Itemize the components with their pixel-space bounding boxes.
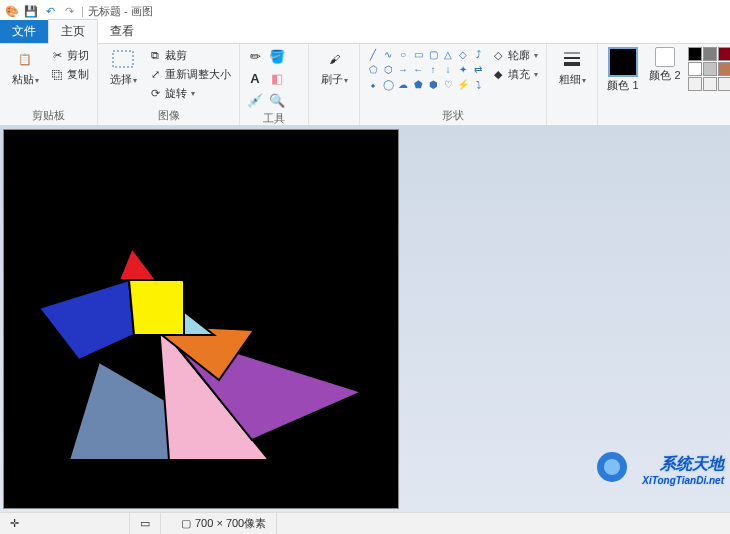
size-icon: ▢ [181, 517, 191, 530]
stroke-icon [560, 47, 584, 71]
brush-icon: 🖌 [322, 47, 346, 71]
svg-marker-15 [39, 280, 134, 360]
select-button[interactable]: 选择▾ [104, 47, 142, 86]
resize-icon: ⤢ [148, 68, 162, 82]
cut-button[interactable]: ✂剪切 [48, 47, 91, 64]
save-icon[interactable]: 💾 [23, 3, 39, 19]
group-label [553, 109, 591, 123]
group-label: 剪贴板 [6, 106, 91, 123]
rotate-button[interactable]: ⟳旋转▾ [146, 85, 233, 102]
scissors-icon: ✂ [50, 49, 64, 63]
color-swatch[interactable] [688, 62, 702, 76]
color-swatch[interactable] [703, 47, 717, 61]
crop-button[interactable]: ⧉裁剪 [146, 47, 233, 64]
color-swatch[interactable] [718, 77, 730, 91]
tab-home[interactable]: 主页 [48, 19, 98, 44]
color-swatch[interactable] [718, 62, 730, 76]
group-label: 形状 [366, 106, 540, 123]
bucket-icon[interactable]: 🪣 [268, 47, 286, 65]
color-palette[interactable] [688, 47, 730, 91]
color-swatch[interactable] [703, 62, 717, 76]
app-icon: 🎨 [4, 3, 20, 19]
ribbon: 📋 粘贴▾ ✂剪切 ⿻复制 剪贴板 选择▾ ⧉裁剪 ⤢重新调整大小 ⟳旋转▾ 图… [0, 44, 730, 126]
stroke-button[interactable]: 粗细▾ [553, 47, 591, 86]
copy-button[interactable]: ⿻复制 [48, 66, 91, 83]
redo-icon[interactable]: ↷ [61, 3, 77, 19]
color-swatch[interactable] [718, 47, 730, 61]
color1-swatch [608, 47, 638, 77]
fill-button[interactable]: ◆填充▾ [489, 66, 540, 83]
svg-marker-16 [129, 280, 184, 335]
color2-button[interactable]: 颜色 2 [646, 47, 684, 81]
title-bar: 🎨 💾 ↶ ↷ | 无标题 - 画图 [0, 0, 730, 22]
group-label: 图像 [104, 106, 233, 123]
watermark: 系统天地 XiTongTianDi.net [642, 454, 724, 486]
cursor-pos: ✛ [0, 513, 130, 534]
selection-size: ▭ [130, 513, 161, 534]
paste-button[interactable]: 📋 粘贴▾ [6, 47, 44, 86]
pencil-icon[interactable]: ✏ [246, 47, 264, 65]
text-icon[interactable]: A [246, 69, 264, 87]
outline-icon: ◇ [491, 49, 505, 63]
tab-view[interactable]: 查看 [98, 20, 146, 43]
group-clipboard: 📋 粘贴▾ ✂剪切 ⿻复制 剪贴板 [0, 44, 98, 125]
group-tools: ✏ 🪣 A ◧ 💉 🔍 工具 [240, 44, 309, 125]
select-icon [111, 47, 135, 71]
outline-button[interactable]: ◇轮廓▾ [489, 47, 540, 64]
status-bar: ✛ ▭ ▢700 × 700像素 [0, 512, 730, 534]
canvas[interactable] [4, 130, 398, 508]
undo-icon[interactable]: ↶ [42, 3, 58, 19]
shapes-gallery[interactable]: ╱∿○▭▢△◇⤴ ⬠⬡→←↑↓✦⇄ ⬥◯☁⬟⬢♡⚡⤵ [366, 47, 485, 91]
color-swatch[interactable] [688, 77, 702, 91]
canvas-size: ▢700 × 700像素 [171, 513, 277, 534]
crop-icon: ⧉ [148, 49, 162, 63]
rotate-icon: ⟳ [148, 87, 162, 101]
group-label: 工具 [246, 109, 302, 126]
brush-button[interactable]: 🖌 刷子▾ [315, 47, 353, 86]
group-label [315, 109, 353, 123]
picker-icon[interactable]: 💉 [246, 91, 264, 109]
group-shapes: ╱∿○▭▢△◇⤴ ⬠⬡→←↑↓✦⇄ ⬥◯☁⬟⬢♡⚡⤵ ◇轮廓▾ ◆填充▾ 形状 [360, 44, 547, 125]
ribbon-tabs: 文件 主页 查看 [0, 22, 730, 44]
color2-swatch [655, 47, 675, 67]
fill-icon: ◆ [491, 68, 505, 82]
group-brush: 🖌 刷子▾ [309, 44, 360, 125]
zoom-icon[interactable]: 🔍 [268, 91, 286, 109]
color-swatch[interactable] [688, 47, 702, 61]
group-colors: 颜色 1 颜色 2 编辑颜色 颜色 [598, 44, 730, 125]
color-swatch[interactable] [703, 77, 717, 91]
group-label: 颜色 [604, 106, 730, 123]
group-image: 选择▾ ⧉裁剪 ⤢重新调整大小 ⟳旋转▾ 图像 [98, 44, 240, 125]
svg-marker-17 [119, 248, 156, 280]
tab-file[interactable]: 文件 [0, 20, 48, 43]
crosshair-icon: ✛ [10, 517, 19, 530]
clipboard-icon: 📋 [13, 47, 37, 71]
resize-button[interactable]: ⤢重新调整大小 [146, 66, 233, 83]
group-stroke: 粗细▾ [547, 44, 598, 125]
eraser-icon[interactable]: ◧ [268, 69, 286, 87]
canvas-area[interactable]: 系统天地 XiTongTianDi.net [0, 126, 730, 512]
window-title: 无标题 - 画图 [88, 4, 153, 19]
separator: | [81, 5, 84, 17]
color1-button[interactable]: 颜色 1 [604, 47, 642, 91]
selection-icon: ▭ [140, 517, 150, 530]
copy-icon: ⿻ [50, 68, 64, 82]
svg-rect-0 [113, 51, 133, 67]
